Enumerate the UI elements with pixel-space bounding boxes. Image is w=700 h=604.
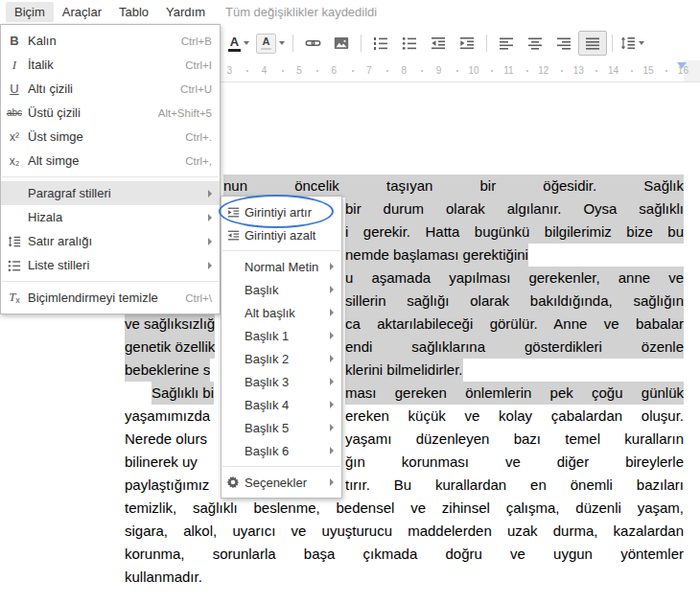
menu-item-heading-4[interactable]: Başlık 4 (222, 393, 341, 416)
menubar-item-format[interactable]: Biçim (6, 2, 54, 22)
menu-item-list-styles[interactable]: Liste stilleri (1, 253, 220, 277)
document-line: tırır. Bu kurallardan en önemli bazıları (345, 474, 684, 497)
document-line-fragment: paylaştığımız (125, 474, 209, 497)
align-left-button[interactable] (492, 31, 521, 56)
align-left-icon (499, 35, 514, 51)
menu-item-options[interactable]: Seçenekler (222, 471, 341, 494)
format-menu: B Kalın Ctrl+B I İtalik Ctrl+I U Altı çi… (0, 24, 221, 314)
ruler-tick (246, 70, 248, 72)
bulleted-list-icon (402, 35, 417, 51)
menu-item-align[interactable]: Hizala (1, 205, 220, 229)
menu-item-heading-1[interactable]: Başlık 1 (222, 324, 341, 347)
menubar-item-table[interactable]: Tablo (110, 2, 157, 22)
line-spacing-icon (620, 35, 636, 51)
document-line-fragment: bebeklerine s (125, 359, 210, 382)
line-spacing-button[interactable] (618, 31, 647, 56)
menu-separator (2, 281, 219, 282)
ruler-tick (456, 70, 458, 72)
highlight-color-icon: A (256, 34, 276, 54)
document-line: endi sağlıklarına gösterdikleri özenle (345, 336, 684, 359)
submenu-arrow-icon (330, 401, 334, 408)
text-color-icon: A (228, 35, 241, 52)
indent-increase-icon (222, 206, 245, 219)
save-status: Tüm değişiklikler kaydedildi (225, 5, 377, 19)
ruler-tick (665, 70, 667, 72)
menu-item-heading-5[interactable]: Başlık 5 (222, 416, 341, 439)
document-line: sigara, alkol, uyarıcı ve uyuşturucu mad… (125, 520, 684, 543)
menu-item-paragraph-styles[interactable]: Paragraf stilleri (1, 181, 220, 205)
menu-item-bold[interactable]: B Kalın Ctrl+B (1, 29, 220, 53)
insert-link-button[interactable] (298, 31, 327, 56)
menu-item-clear-formatting[interactable]: Tx Biçimlendirmeyi temizle Ctrl+\ (1, 286, 220, 310)
numbered-list-button[interactable] (366, 31, 395, 56)
document-line: ereken küçük ve kolay çabalardan oluşur. (345, 405, 684, 428)
document-line-fragment: ve sağlıksızlığ (125, 313, 215, 336)
ruler-number: 12 (538, 65, 549, 76)
strikethrough-icon: abc (1, 108, 28, 118)
ruler-number: 13 (572, 65, 584, 76)
document-line-fragment: genetik özellik (125, 336, 215, 359)
menu-item-strikethrough[interactable]: abc Üstü çizili Alt+Shift+5 (1, 101, 220, 125)
align-justify-button[interactable] (578, 31, 607, 56)
document-line-fragment: yaşamımızda (125, 405, 210, 428)
menu-item-heading-3[interactable]: Başlık 3 (222, 370, 341, 393)
menu-item-underline[interactable]: U Altı çizili Ctrl+U (1, 77, 220, 101)
insert-image-button[interactable] (327, 31, 356, 56)
menu-item-subtitle[interactable]: Alt başlık (222, 301, 341, 324)
increase-indent-button[interactable] (453, 31, 481, 56)
document-line: klerini bilmelidirler. (345, 359, 463, 382)
text-color-button[interactable]: A (224, 31, 253, 56)
menu-separator (222, 466, 340, 467)
document-line-fragment: Nerede olurs (125, 428, 207, 451)
ruler-tick (631, 70, 633, 72)
toolbar-separator (486, 35, 487, 52)
menu-item-italic[interactable]: I İtalik Ctrl+I (1, 53, 220, 77)
submenu-arrow-icon (330, 424, 334, 431)
menu-item-decrease-indent[interactable]: Girintiyi azalt (222, 223, 341, 246)
gear-icon (222, 476, 245, 489)
menu-item-normal-text[interactable]: Normal Metin (222, 255, 341, 278)
decrease-indent-button[interactable] (424, 31, 453, 56)
menu-item-superscript[interactable]: x² Üst simge Ctrl+. (1, 125, 220, 149)
highlight-color-button[interactable]: A (253, 31, 288, 56)
submenu-arrow-icon (330, 355, 334, 362)
align-justify-icon (585, 35, 600, 51)
menu-item-heading-6[interactable]: Başlık 6 (222, 439, 341, 462)
menu-item-line-spacing[interactable]: Satır aralığı (1, 229, 220, 253)
ruler-number: 5 (293, 65, 305, 76)
image-icon (334, 35, 349, 51)
ruler-tick (386, 70, 388, 72)
clear-formatting-icon: Tx (1, 290, 28, 305)
submenu-arrow-icon (208, 262, 212, 269)
document-line: nun öncelik taşıyan bir öğesidir. Sağlık (223, 174, 684, 197)
document-line: u aşamada yapılması gerekenler, anne ve (345, 267, 684, 290)
numbered-list-icon (373, 35, 388, 51)
submenu-arrow-icon (208, 214, 212, 221)
submenu-arrow-icon (330, 332, 334, 339)
ruler-number: 9 (433, 65, 445, 76)
align-center-button[interactable] (521, 31, 549, 56)
italic-icon: I (1, 58, 28, 71)
ruler-tick (595, 70, 597, 72)
ruler-number: 8 (398, 65, 409, 76)
right-indent-marker[interactable] (677, 62, 687, 69)
underline-icon: U (1, 82, 28, 95)
ruler-number: 4 (259, 65, 270, 76)
document-line: sillerin sağlığı olarak bakıldığında, sa… (345, 290, 684, 313)
submenu-arrow-icon (208, 190, 212, 197)
menu-item-title[interactable]: Başlık (222, 278, 341, 301)
menu-item-subscript[interactable]: x₂ Alt simge Ctrl+, (1, 149, 220, 173)
submenu-arrow-icon (330, 309, 334, 316)
menu-item-increase-indent[interactable]: Girintiyi artır (222, 200, 341, 223)
document-line: korunma, sorunlarla başa çıkmada doğru v… (125, 543, 684, 566)
bulleted-list-button[interactable] (395, 31, 424, 56)
ruler-tick (421, 70, 423, 72)
menubar-item-help[interactable]: Yardım (157, 2, 214, 22)
align-right-button[interactable] (549, 31, 578, 56)
menu-separator (2, 176, 219, 177)
align-center-icon (527, 35, 543, 51)
document-line: yaşamı düzenleyen bazı temel kuralların (345, 428, 684, 451)
menubar-item-tools[interactable]: Araçlar (54, 2, 110, 22)
menu-item-heading-2[interactable]: Başlık 2 (222, 347, 341, 370)
indent-decrease-icon (222, 229, 245, 242)
